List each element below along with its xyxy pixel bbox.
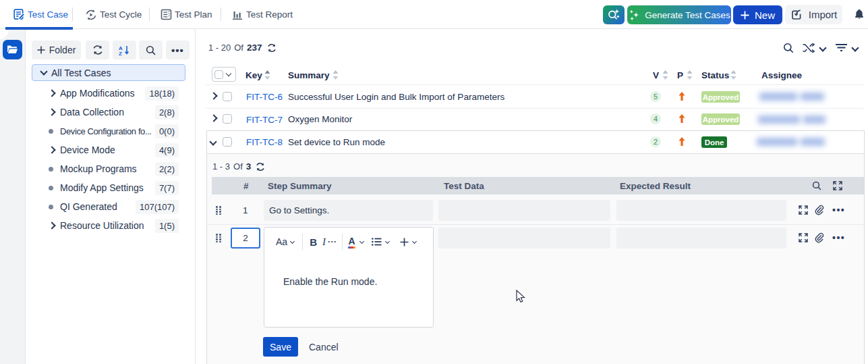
svg-text:Z: Z — [119, 51, 122, 56]
